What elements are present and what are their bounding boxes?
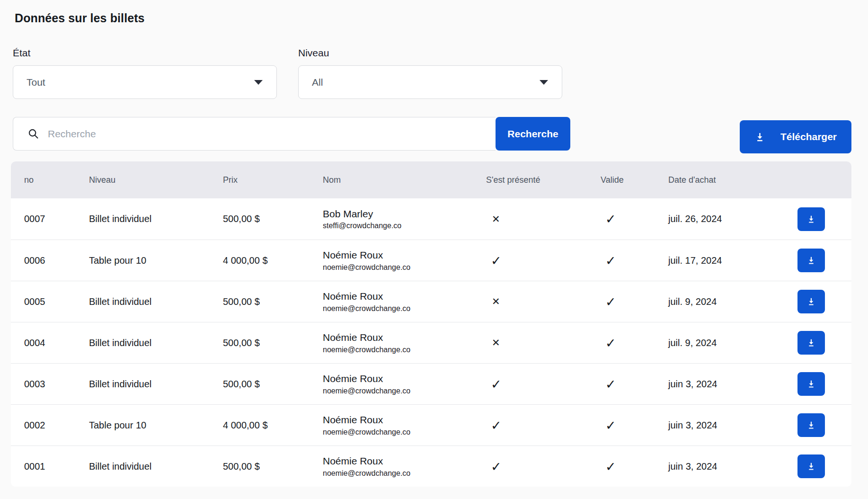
search-input[interactable] [48, 117, 496, 150]
download-ticket-button[interactable] [797, 249, 825, 272]
etat-select[interactable]: Tout [13, 65, 277, 99]
download-ticket-button[interactable] [797, 331, 825, 355]
ticket-level: Billet individuel [89, 338, 223, 348]
download-button-label: Télécharger [780, 131, 837, 143]
download-ticket-button[interactable] [797, 207, 825, 231]
column-header-niveau: Niveau [89, 175, 223, 185]
purchaser-cell: Noémie Roux noemie@crowdchange.co [323, 455, 486, 477]
page-title: Données sur les billets [15, 11, 868, 25]
row-actions [787, 454, 851, 478]
download-icon [754, 132, 765, 143]
ticket-price: 500,00 $ [223, 296, 323, 307]
column-header-prix: Prix [223, 175, 323, 185]
purchaser-name: Noémie Roux [323, 331, 486, 343]
row-actions [787, 290, 851, 313]
column-header-nom: Nom [323, 175, 486, 185]
niveau-label: Niveau [298, 47, 562, 59]
column-header-present: S'est présenté [486, 175, 601, 185]
row-actions [787, 249, 851, 272]
checked-in-mark: ✕ [486, 296, 601, 307]
valid-mark: ✓ [601, 294, 668, 309]
table-row: 0005 Billet individuel 500,00 $ Noémie R… [11, 281, 851, 322]
ticket-level: Billet individuel [89, 296, 223, 307]
purchaser-cell: Noémie Roux noemie@crowdchange.co [323, 331, 486, 354]
ticket-price: 4 000,00 $ [223, 255, 323, 266]
ticket-level: Table pour 10 [89, 420, 223, 431]
purchaser-cell: Bob Marley steffi@crowdchange.co [323, 208, 486, 230]
checked-in-mark: ✓ [486, 459, 601, 474]
download-icon [806, 297, 816, 306]
row-actions [787, 413, 851, 437]
ticket-price: 500,00 $ [223, 338, 323, 348]
purchaser-name: Noémie Roux [323, 455, 486, 467]
valid-mark: ✓ [601, 253, 668, 268]
niveau-select[interactable]: All [298, 65, 562, 99]
download-ticket-button[interactable] [797, 454, 825, 478]
niveau-filter: Niveau All [298, 47, 562, 99]
search-field[interactable] [13, 117, 496, 151]
purchaser-email: noemie@crowdchange.co [323, 304, 486, 313]
table-row: 0002 Table pour 10 4 000,00 $ Noémie Rou… [11, 404, 851, 446]
checked-in-mark: ✕ [486, 337, 601, 348]
purchase-date: juin 3, 2024 [668, 461, 787, 472]
filters-row: État Tout Niveau All [13, 47, 868, 99]
ticket-price: 500,00 $ [223, 379, 323, 390]
purchase-date: juil. 9, 2024 [668, 338, 787, 348]
search-button[interactable]: Recherche [496, 117, 570, 151]
tickets-table: no Niveau Prix Nom S'est présenté Valide… [11, 161, 851, 487]
ticket-number: 0004 [24, 338, 89, 348]
purchase-date: juil. 17, 2024 [668, 255, 787, 266]
purchaser-email: noemie@crowdchange.co [323, 263, 486, 272]
checked-in-mark: ✓ [486, 253, 601, 268]
purchaser-cell: Noémie Roux noemie@crowdchange.co [323, 414, 486, 436]
search-toolbar: Recherche Télécharger [11, 117, 851, 153]
purchaser-email: noemie@crowdchange.co [323, 469, 486, 478]
etat-filter: État Tout [13, 47, 277, 99]
valid-mark: ✓ [601, 212, 668, 226]
purchaser-email: steffi@crowdchange.co [323, 222, 486, 230]
valid-mark: ✓ [601, 336, 668, 350]
ticket-level: Billet individuel [89, 379, 223, 390]
ticket-level: Table pour 10 [89, 255, 223, 266]
purchase-date: juil. 26, 2024 [668, 214, 787, 224]
valid-mark: ✓ [601, 377, 668, 392]
purchaser-email: noemie@crowdchange.co [323, 346, 486, 354]
purchase-date: juin 3, 2024 [668, 379, 787, 390]
purchaser-name: Noémie Roux [323, 249, 486, 261]
purchaser-email: noemie@crowdchange.co [323, 428, 486, 437]
chevron-down-icon [540, 80, 548, 85]
download-icon [806, 462, 816, 471]
download-icon [806, 338, 816, 348]
table-row: 0004 Billet individuel 500,00 $ Noémie R… [11, 322, 851, 363]
table-row: 0003 Billet individuel 500,00 $ Noémie R… [11, 363, 851, 404]
download-ticket-button[interactable] [797, 372, 825, 396]
purchaser-name: Bob Marley [323, 208, 486, 220]
download-ticket-button[interactable] [797, 413, 825, 437]
table-header: no Niveau Prix Nom S'est présenté Valide… [11, 161, 851, 198]
ticket-level: Billet individuel [89, 214, 223, 224]
download-icon [806, 256, 816, 265]
ticket-price: 500,00 $ [223, 214, 323, 224]
download-all-button[interactable]: Télécharger [740, 120, 851, 153]
row-actions [787, 331, 851, 355]
checked-in-mark: ✓ [486, 377, 601, 392]
column-header-valide: Valide [601, 175, 668, 185]
row-actions [787, 207, 851, 231]
purchase-date: juin 3, 2024 [668, 420, 787, 431]
search-icon [27, 128, 39, 140]
ticket-number: 0003 [24, 379, 89, 390]
purchaser-name: Noémie Roux [323, 414, 486, 426]
valid-mark: ✓ [601, 418, 668, 433]
ticket-price: 4 000,00 $ [223, 420, 323, 431]
row-actions [787, 372, 851, 396]
ticket-number: 0005 [24, 296, 89, 307]
purchaser-cell: Noémie Roux noemie@crowdchange.co [323, 290, 486, 312]
download-ticket-button[interactable] [797, 290, 825, 313]
purchase-date: juil. 9, 2024 [668, 296, 787, 307]
download-icon [806, 214, 816, 224]
table-body: 0007 Billet individuel 500,00 $ Bob Marl… [11, 198, 851, 487]
purchaser-name: Noémie Roux [323, 373, 486, 384]
purchaser-cell: Noémie Roux noemie@crowdchange.co [323, 249, 486, 271]
ticket-number: 0001 [24, 461, 89, 472]
checked-in-mark: ✓ [486, 418, 601, 433]
